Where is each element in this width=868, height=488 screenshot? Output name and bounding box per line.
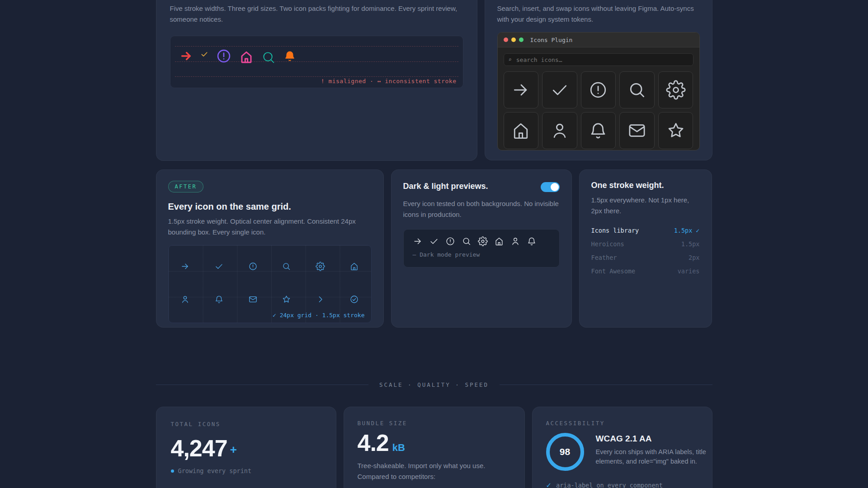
mail-icon[interactable] <box>619 112 655 149</box>
search-icon <box>261 48 276 64</box>
table-row: Heroicons 1.5px <box>591 237 700 251</box>
plugin-icon-grid <box>504 71 693 149</box>
bell-icon <box>527 236 537 246</box>
check-icon <box>429 236 439 246</box>
before-card: Five stroke widths. Three grid sizes. Tw… <box>156 0 477 161</box>
check-icon[interactable] <box>542 71 577 108</box>
close-traffic-light-icon[interactable] <box>504 38 508 42</box>
after-heading: Every icon on the same grid. <box>168 202 372 212</box>
alert-circle-icon <box>248 262 258 271</box>
check-icon <box>200 52 208 60</box>
search-icon <box>462 236 472 246</box>
plugin-paragraph: Search, insert, and swap icons without l… <box>497 3 700 25</box>
settings-icon <box>316 262 325 271</box>
toggle-knob <box>551 183 559 191</box>
alert-circle-icon[interactable] <box>581 71 616 108</box>
arrow-right-icon[interactable] <box>504 71 539 108</box>
after-badge: AFTER <box>168 181 204 192</box>
bundle-size-card: BUNDLE SIZE 4.2kB Tree-shakeable. Import… <box>344 407 525 488</box>
before-paragraph: Five stroke widths. Three grid sizes. Tw… <box>170 3 463 25</box>
note-text: Growing every sprint <box>178 467 252 474</box>
table-row: Font Awesome varies <box>591 264 700 278</box>
score-ring: 98 <box>546 433 584 471</box>
minimize-traffic-light-icon[interactable] <box>511 38 516 42</box>
stroke-comparison-table: Icons library 1.5px✓ Heroicons 1.5px Fea… <box>591 224 700 278</box>
stroke-value: 2px <box>689 254 699 261</box>
library-name: Font Awesome <box>591 267 636 275</box>
previews-heading: Dark & light previews. <box>403 182 488 191</box>
top-row: Five stroke widths. Three grid sizes. Tw… <box>156 0 712 161</box>
library-name: Heroicons <box>591 240 624 248</box>
bell-icon <box>283 50 296 62</box>
bell-icon[interactable] <box>581 112 616 149</box>
accessibility-card: ACCESSIBILITY 98 WCAG 2.1 AA Every icon … <box>532 407 712 488</box>
stat-label: ACCESSIBILITY <box>546 420 698 427</box>
user-icon <box>510 236 520 246</box>
stroke-weight-card: One stroke weight. 1.5px everywhere. Not… <box>579 169 712 328</box>
section-divider: SCALE · QUALITY · SPEED <box>156 381 712 388</box>
dashed-gridline <box>175 76 458 77</box>
after-card: AFTER Every icon on the same grid. 1.5px… <box>156 169 384 328</box>
stroke-heading: One stroke weight. <box>591 181 700 190</box>
star-icon[interactable] <box>658 112 693 149</box>
size-number: 4.2 <box>358 430 389 456</box>
plugin-window-titlebar: Icons Plugin <box>498 33 699 47</box>
stats-row: TOTAL ICONS 4,247+ Growing every sprint … <box>156 407 712 488</box>
divider-label: SCALE · QUALITY · SPEED <box>379 381 489 388</box>
preview-icon-row <box>413 236 550 246</box>
library-name: Feather <box>591 254 617 261</box>
plugin-window-title: Icons Plugin <box>530 37 573 43</box>
bundle-body: Tree-shakeable. Import only what you use… <box>358 460 511 482</box>
plugin-window: Icons Plugin ⌕ <box>497 32 700 150</box>
alert-circle-icon <box>216 48 232 64</box>
aligned-grid-panel: ✓ 24px grid · 1.5px stroke <box>168 245 372 323</box>
home-icon <box>349 262 359 271</box>
plugin-search-bar[interactable]: ⌕ <box>504 53 693 66</box>
chaos-icons-panel: ! misaligned · ↔ inconsistent stroke <box>170 36 463 88</box>
a11y-check-item: ✓ aria-label on every component <box>546 481 698 488</box>
wcag-heading: WCAG 2.1 AA <box>596 434 709 444</box>
dark-light-toggle[interactable] <box>541 182 560 192</box>
stroke-value: varies <box>678 267 700 275</box>
check-text: aria-label on every component <box>556 482 663 488</box>
user-icon[interactable] <box>542 112 577 149</box>
settings-icon[interactable] <box>658 71 693 108</box>
grid-spec-caption: ✓ 24px grid · 1.5px stroke <box>273 312 365 319</box>
figma-plugin-card: Search, insert, and swap icons without l… <box>485 0 712 160</box>
stat-label: TOTAL ICONS <box>171 421 321 427</box>
misaligned-caption: ! misaligned · ↔ inconsistent stroke <box>321 78 457 84</box>
previews-card: Dark & light previews. Every icon tested… <box>391 169 572 328</box>
a11y-score: 98 <box>560 446 570 457</box>
preview-caption: — Dark mode preview <box>413 251 550 258</box>
plugin-window-body: ⌕ <box>498 47 699 150</box>
home-icon <box>239 49 254 63</box>
page-viewport: Five stroke widths. Three grid sizes. Tw… <box>0 0 868 488</box>
divider-line <box>156 385 368 385</box>
count: 4,247 <box>171 435 227 461</box>
chaos-icon-row <box>179 42 296 70</box>
after-body: 1.5px stroke weight. Optical center alig… <box>168 216 372 238</box>
table-row: Feather 2px <box>591 251 700 264</box>
dark-mode-preview-strip: — Dark mode preview <box>403 229 560 267</box>
previews-body: Every icon tested on both backgrounds. N… <box>403 198 560 220</box>
plus-icon: + <box>230 443 236 456</box>
aligned-icon-row-2 <box>169 295 371 304</box>
check-icon <box>214 262 224 271</box>
alert-circle-icon <box>445 236 455 246</box>
home-icon[interactable] <box>504 112 539 149</box>
growth-note: Growing every sprint <box>171 467 321 474</box>
home-icon <box>494 236 504 246</box>
search-icon <box>282 262 291 271</box>
check-icon: ✓ <box>546 481 552 488</box>
aligned-icon-row-1 <box>169 262 371 271</box>
search-icon[interactable] <box>619 71 655 108</box>
bundle-size-value: 4.2kB <box>358 431 511 455</box>
chevron-right-icon <box>316 295 325 304</box>
middle-row: AFTER Every icon on the same grid. 1.5px… <box>156 169 712 328</box>
maximize-traffic-light-icon[interactable] <box>519 38 524 42</box>
search-input[interactable] <box>515 56 689 64</box>
a11y-body: Every icon ships with ARIA labels, title… <box>596 447 709 466</box>
check-circle-icon <box>349 295 359 304</box>
divider-line <box>500 385 712 385</box>
arrow-right-icon <box>180 262 190 271</box>
